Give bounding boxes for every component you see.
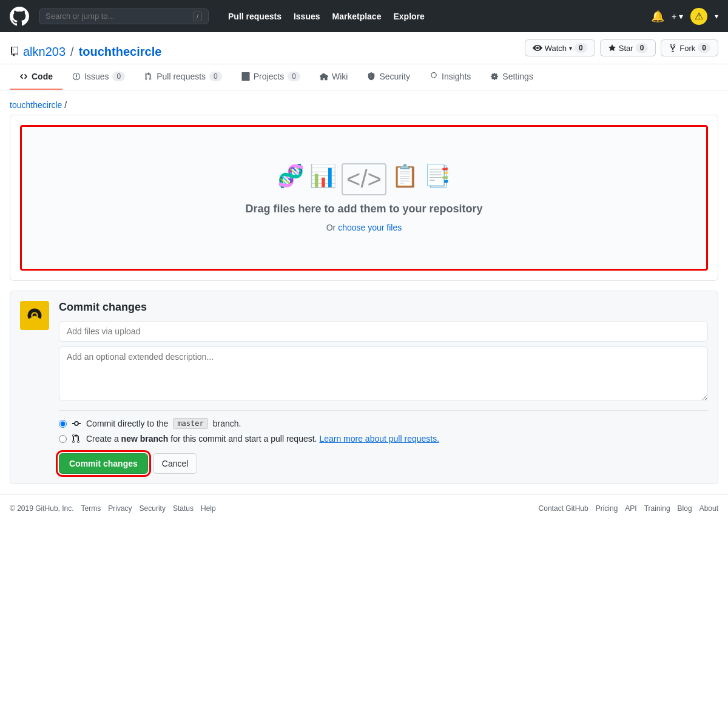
top-navigation: / Pull requests Issues Marketplace Explo… bbox=[0, 0, 728, 32]
cancel-button[interactable]: Cancel bbox=[153, 453, 198, 474]
footer-contact-github[interactable]: Contact GitHub bbox=[539, 504, 588, 513]
footer-training[interactable]: Training bbox=[644, 504, 670, 513]
repo-separator: / bbox=[70, 45, 74, 59]
nav-issues[interactable]: Issues bbox=[289, 8, 325, 25]
repo-actions: Watch ▾ 0 Star 0 Fork 0 bbox=[525, 39, 718, 64]
repo-name-link[interactable]: touchthecircle bbox=[79, 45, 162, 59]
code-icon bbox=[19, 72, 28, 81]
radio-direct-label: Commit directly to the bbox=[86, 419, 168, 428]
fork-label: Fork bbox=[679, 44, 695, 53]
tab-insights-label: Insights bbox=[442, 72, 471, 81]
search-box[interactable]: / bbox=[39, 8, 209, 24]
tab-insights[interactable]: Insights bbox=[420, 64, 480, 90]
dropzone-sub-text: Or choose your files bbox=[326, 223, 402, 232]
breadcrumb: touchthecircle / bbox=[0, 90, 728, 115]
eye-icon bbox=[533, 43, 542, 53]
tab-security[interactable]: Security bbox=[357, 64, 420, 90]
tab-code[interactable]: Code bbox=[10, 64, 62, 90]
radio-direct-commit[interactable] bbox=[59, 420, 67, 428]
tab-projects-count: 0 bbox=[288, 72, 300, 81]
tab-security-label: Security bbox=[379, 72, 410, 81]
tab-settings-label: Settings bbox=[502, 72, 533, 81]
star-label: Star bbox=[619, 44, 633, 53]
notifications-button[interactable]: 🔔 bbox=[651, 10, 664, 23]
footer-status[interactable]: Status bbox=[173, 504, 194, 513]
commit-divider bbox=[59, 410, 708, 411]
repo-tabs: Code Issues 0 Pull requests 0 Projects 0… bbox=[0, 64, 728, 90]
pr-icon bbox=[144, 72, 153, 81]
tab-projects[interactable]: Projects 0 bbox=[232, 64, 310, 90]
commit-actions: Commit changes Cancel bbox=[59, 453, 708, 474]
file-dna-icon: 🧬 bbox=[277, 163, 305, 195]
star-count: 0 bbox=[636, 43, 649, 53]
learn-more-link[interactable]: Learn more about pull requests. bbox=[319, 434, 439, 444]
branch-name-badge: master bbox=[173, 418, 207, 429]
watch-count: 0 bbox=[575, 43, 587, 53]
footer-right-links: Contact GitHub Pricing API Training Blog… bbox=[539, 504, 718, 513]
nav-marketplace[interactable]: Marketplace bbox=[328, 8, 386, 25]
commit-radio-direct-row: Commit directly to the master branch. bbox=[59, 418, 708, 429]
file-upload-container: 🧬 📊 </> 📋 📑 Drag files here to add them … bbox=[10, 115, 718, 281]
github-logo[interactable] bbox=[10, 7, 29, 26]
footer-blog[interactable]: Blog bbox=[678, 504, 692, 513]
settings-icon bbox=[490, 72, 499, 81]
commit-avatar bbox=[20, 301, 49, 330]
footer-api[interactable]: API bbox=[625, 504, 636, 513]
watch-dropdown-arrow: ▾ bbox=[569, 45, 572, 52]
search-input[interactable] bbox=[46, 12, 188, 21]
fork-icon bbox=[669, 44, 677, 52]
dropzone[interactable]: 🧬 📊 </> 📋 📑 Drag files here to add them … bbox=[20, 125, 708, 271]
file-code-icon: </> bbox=[342, 163, 386, 195]
file-doc-icon: 📋 bbox=[391, 163, 419, 195]
add-menu-button[interactable]: + ▾ bbox=[672, 12, 683, 21]
projects-icon bbox=[241, 72, 250, 81]
radio-direct-suffix: branch. bbox=[213, 419, 241, 428]
choose-files-link[interactable]: choose your files bbox=[338, 223, 402, 232]
slash-badge: / bbox=[193, 12, 202, 21]
footer-help[interactable]: Help bbox=[201, 504, 216, 513]
fork-count: 0 bbox=[698, 43, 710, 53]
footer-security[interactable]: Security bbox=[140, 504, 166, 513]
radio-new-label: Create a new branch for this commit and … bbox=[86, 434, 439, 444]
tab-issues[interactable]: Issues 0 bbox=[62, 64, 135, 90]
commit-changes-button[interactable]: Commit changes bbox=[59, 453, 148, 474]
footer-about[interactable]: About bbox=[699, 504, 718, 513]
commit-radio-new-row: Create a new branch for this commit and … bbox=[59, 434, 708, 444]
breadcrumb-repo-link[interactable]: touchthecircle bbox=[10, 100, 62, 110]
commit-description-input[interactable] bbox=[59, 346, 708, 401]
commit-section: Commit changes Commit directly to the ma… bbox=[10, 291, 718, 484]
tab-code-label: Code bbox=[32, 72, 53, 81]
footer-privacy[interactable]: Privacy bbox=[108, 504, 132, 513]
watch-label: Watch bbox=[545, 44, 567, 53]
file-pdf-icon: 📑 bbox=[423, 163, 451, 195]
fork-button[interactable]: Fork 0 bbox=[661, 39, 718, 56]
footer-pricing[interactable]: Pricing bbox=[596, 504, 618, 513]
tab-pull-requests[interactable]: Pull requests 0 bbox=[135, 64, 232, 90]
tab-settings[interactable]: Settings bbox=[480, 64, 543, 90]
repo-title: alkn203 / touchthecircle bbox=[10, 45, 520, 59]
dropzone-icons: 🧬 📊 </> 📋 📑 bbox=[277, 163, 451, 195]
nav-pull-requests[interactable]: Pull requests bbox=[223, 8, 286, 25]
repo-owner-link[interactable]: alkn203 bbox=[23, 45, 66, 59]
star-icon bbox=[608, 44, 616, 52]
topnav-links: Pull requests Issues Marketplace Explore bbox=[223, 8, 430, 25]
tab-issues-label: Issues bbox=[84, 72, 109, 81]
watch-button[interactable]: Watch ▾ 0 bbox=[525, 39, 595, 56]
repo-icon bbox=[10, 47, 19, 56]
radio-new-branch[interactable] bbox=[59, 435, 67, 443]
star-button[interactable]: Star 0 bbox=[600, 39, 656, 56]
insights-icon bbox=[430, 72, 438, 81]
user-avatar[interactable]: ⚠ bbox=[690, 8, 707, 25]
security-icon bbox=[367, 72, 376, 81]
tab-pr-count: 0 bbox=[209, 72, 222, 81]
commit-radio-group: Commit directly to the master branch. Cr… bbox=[59, 418, 708, 444]
nav-explore[interactable]: Explore bbox=[388, 8, 429, 25]
tab-wiki-label: Wiki bbox=[332, 72, 348, 81]
commit-icon bbox=[72, 419, 81, 428]
avatar-dropdown[interactable]: ▾ bbox=[715, 12, 718, 21]
commit-title-input[interactable] bbox=[59, 321, 708, 342]
footer-terms[interactable]: Terms bbox=[81, 504, 101, 513]
tab-wiki[interactable]: Wiki bbox=[310, 64, 357, 90]
tab-projects-label: Projects bbox=[254, 72, 285, 81]
breadcrumb-separator: / bbox=[64, 100, 67, 110]
